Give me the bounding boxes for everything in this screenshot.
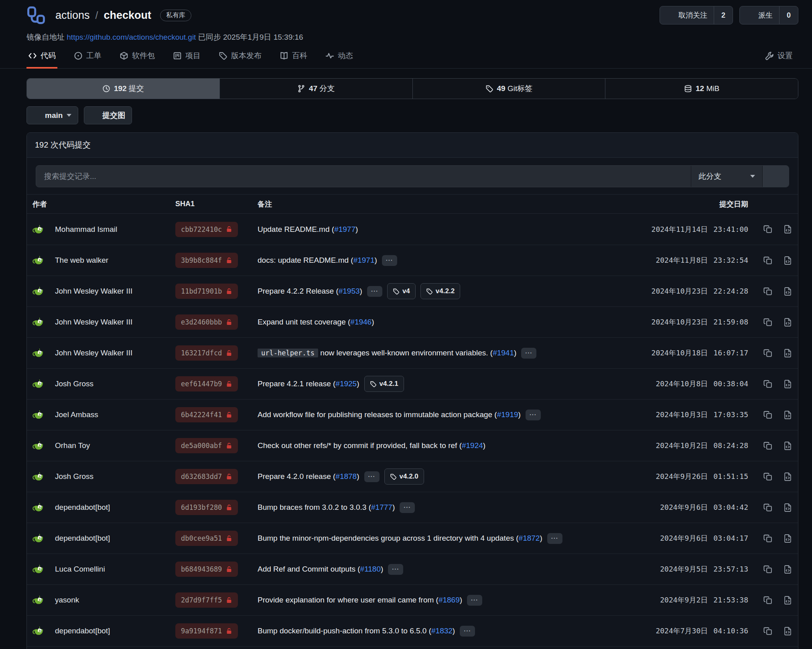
issue-link[interactable]: #1925 bbox=[335, 379, 357, 388]
view-file-at-commit-button[interactable] bbox=[783, 349, 792, 358]
commit-search-input[interactable] bbox=[36, 166, 691, 187]
copy-sha-button[interactable] bbox=[763, 441, 773, 450]
repo-name-link[interactable]: checkout bbox=[104, 9, 152, 22]
issue-link[interactable]: #1878 bbox=[335, 472, 357, 481]
tab-releases[interactable]: 版本发布 bbox=[217, 51, 263, 69]
stat-branches[interactable]: 47 分支 bbox=[219, 79, 412, 99]
release-tag-button[interactable]: v4 bbox=[387, 283, 416, 299]
issue-link[interactable]: #1919 bbox=[497, 410, 518, 419]
commit-sha-badge[interactable]: 6d193bf280 bbox=[175, 500, 238, 515]
issue-link[interactable]: #1869 bbox=[438, 596, 460, 604]
commit-sha-badge[interactable]: 3b9b8c884f bbox=[175, 253, 238, 268]
tab-code[interactable]: 代码 bbox=[26, 51, 57, 69]
issue-link[interactable]: #1832 bbox=[431, 627, 453, 635]
mirror-url-link[interactable]: https://github.com/actions/checkout.git bbox=[67, 33, 196, 41]
release-tag-button[interactable]: v4.2.2 bbox=[420, 283, 460, 299]
view-file-at-commit-button[interactable] bbox=[783, 503, 792, 512]
expand-commit-message-button[interactable]: ··· bbox=[467, 595, 482, 606]
commit-sha-badge[interactable]: 163217dfcd bbox=[175, 345, 238, 361]
search-button[interactable] bbox=[762, 166, 789, 187]
issue-link[interactable]: #1971 bbox=[353, 256, 375, 264]
commit-sha-badge[interactable]: 6b42224f41 bbox=[175, 407, 238, 422]
view-file-at-commit-button[interactable] bbox=[783, 225, 792, 234]
view-file-at-commit-button[interactable] bbox=[783, 472, 792, 481]
site-logo[interactable] bbox=[26, 6, 46, 25]
expand-commit-message-button[interactable]: ··· bbox=[400, 502, 415, 513]
expand-commit-message-button[interactable]: ··· bbox=[388, 564, 403, 575]
expand-commit-message-button[interactable]: ··· bbox=[364, 471, 380, 482]
issue-link[interactable]: #1977 bbox=[334, 225, 355, 233]
release-tag-button[interactable]: v4.2.0 bbox=[384, 468, 424, 485]
tab-projects[interactable]: 项目 bbox=[171, 51, 202, 69]
view-file-at-commit-button[interactable] bbox=[783, 534, 792, 543]
view-file-at-commit-button[interactable] bbox=[783, 596, 792, 605]
issue-link[interactable]: #1941 bbox=[493, 349, 514, 357]
watch-count[interactable]: 2 bbox=[714, 6, 733, 24]
issue-link[interactable]: #1953 bbox=[339, 287, 360, 295]
stat-size[interactable]: 12 MiB bbox=[605, 79, 798, 99]
view-file-at-commit-button[interactable] bbox=[783, 318, 792, 327]
commit-message: Add Ref and Commit outputs (#1180) bbox=[258, 565, 383, 574]
issue-link[interactable]: #1180 bbox=[360, 565, 381, 573]
commit-author: The web walker bbox=[55, 256, 108, 265]
commit-author: dependabot[bot] bbox=[55, 503, 110, 512]
copy-sha-button[interactable] bbox=[763, 410, 773, 420]
branch-scope-dropdown[interactable]: 此分支 bbox=[691, 166, 762, 187]
commit-sha-badge[interactable]: e3d2460bbb bbox=[175, 314, 238, 330]
fork-button[interactable]: 派生 0 bbox=[739, 6, 798, 24]
expand-commit-message-button[interactable]: ··· bbox=[382, 255, 397, 266]
copy-sha-button[interactable] bbox=[763, 627, 773, 636]
commit-sha-badge[interactable]: 11bd71901b bbox=[175, 284, 238, 299]
expand-commit-message-button[interactable]: ··· bbox=[367, 286, 382, 297]
copy-sha-button[interactable] bbox=[763, 596, 773, 605]
fork-count[interactable]: 0 bbox=[779, 6, 798, 24]
commit-sha-badge[interactable]: d632683dd7 bbox=[175, 469, 238, 484]
view-file-at-commit-button[interactable] bbox=[783, 379, 792, 389]
tab-packages[interactable]: 软件包 bbox=[118, 51, 156, 69]
copy-sha-button[interactable] bbox=[763, 349, 773, 358]
tag-icon bbox=[485, 85, 493, 93]
commit-graph-button[interactable]: 提交图 bbox=[84, 106, 132, 124]
expand-commit-message-button[interactable]: ··· bbox=[547, 533, 562, 544]
tab-wiki[interactable]: 百科 bbox=[278, 51, 309, 69]
tab-issues[interactable]: 工单 bbox=[72, 51, 103, 69]
branch-selector[interactable]: main bbox=[26, 106, 78, 124]
unwatch-button[interactable]: 取消关注 2 bbox=[660, 6, 733, 24]
expand-commit-message-button[interactable]: ··· bbox=[526, 410, 541, 420]
stat-commits[interactable]: 192 提交 bbox=[27, 79, 219, 99]
breadcrumb: actions / checkout 私有库 bbox=[55, 9, 191, 22]
copy-sha-button[interactable] bbox=[763, 225, 773, 234]
tab-activity[interactable]: 动态 bbox=[324, 51, 355, 69]
repo-owner-link[interactable]: actions bbox=[55, 9, 90, 22]
commit-sha-badge[interactable]: de5a000abf bbox=[175, 438, 238, 453]
copy-sha-button[interactable] bbox=[763, 287, 773, 296]
commit-sha-badge[interactable]: eef61447b9 bbox=[175, 376, 238, 391]
copy-sha-button[interactable] bbox=[763, 379, 773, 389]
commit-sha-badge[interactable]: cbb722410c bbox=[175, 222, 238, 237]
view-file-at-commit-button[interactable] bbox=[783, 256, 792, 265]
view-file-at-commit-button[interactable] bbox=[783, 565, 792, 574]
issue-link[interactable]: #1872 bbox=[519, 534, 540, 542]
expand-commit-message-button[interactable]: ··· bbox=[460, 626, 475, 637]
commit-sha-badge[interactable]: db0cee9a51 bbox=[175, 531, 238, 546]
tab-settings[interactable]: 设置 bbox=[763, 51, 794, 69]
view-file-at-commit-button[interactable] bbox=[783, 410, 792, 420]
copy-sha-button[interactable] bbox=[763, 318, 773, 327]
copy-sha-button[interactable] bbox=[763, 503, 773, 512]
issue-link[interactable]: #1777 bbox=[371, 503, 392, 511]
commit-sha-badge[interactable]: b684943689 bbox=[175, 562, 238, 577]
stat-tags[interactable]: 49 Git标签 bbox=[412, 79, 605, 99]
copy-sha-button[interactable] bbox=[763, 472, 773, 481]
expand-commit-message-button[interactable]: ··· bbox=[521, 348, 536, 359]
issue-link[interactable]: #1946 bbox=[350, 318, 371, 326]
copy-sha-button[interactable] bbox=[763, 256, 773, 265]
view-file-at-commit-button[interactable] bbox=[783, 627, 792, 636]
copy-sha-button[interactable] bbox=[763, 534, 773, 543]
copy-sha-button[interactable] bbox=[763, 565, 773, 574]
view-file-at-commit-button[interactable] bbox=[783, 441, 792, 450]
commit-sha-badge[interactable]: 9a9194f871 bbox=[175, 623, 238, 639]
release-tag-button[interactable]: v4.2.1 bbox=[364, 376, 404, 392]
issue-link[interactable]: #1924 bbox=[462, 441, 483, 450]
commit-sha-badge[interactable]: 2d7d9f7ff5 bbox=[175, 592, 238, 608]
view-file-at-commit-button[interactable] bbox=[783, 287, 792, 296]
